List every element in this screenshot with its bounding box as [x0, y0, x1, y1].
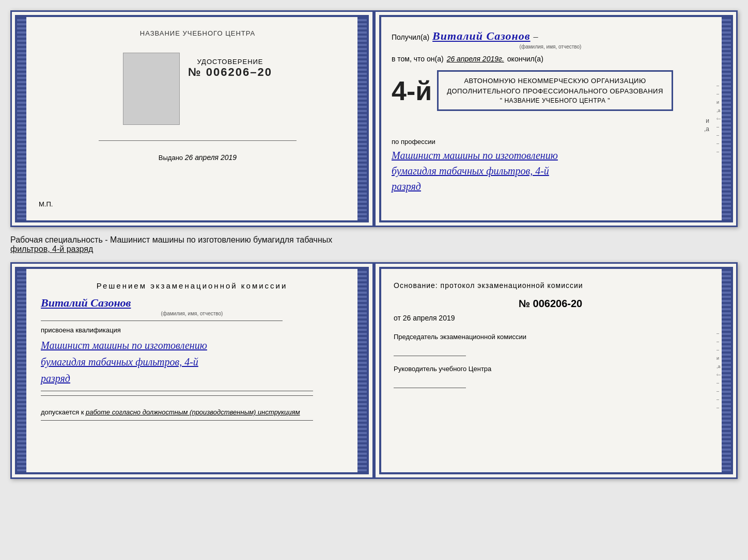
- dopuskaetsya-label: допускается к: [41, 408, 84, 416]
- cert-bottom-right-panel: Основание: протокол экзаменационной коми…: [379, 267, 733, 474]
- recipient-name: Виталий Сазонов: [432, 29, 530, 43]
- protocol-date-value: 26 апреля 2019: [403, 314, 455, 322]
- org-line2: ДОПОЛНИТЕЛЬНОГО ПРОФЕССИОНАЛЬНОГО ОБРАЗО…: [447, 86, 663, 97]
- vtom-label: в том, что он(а): [392, 55, 444, 63]
- cert-title: НАЗВАНИЕ УЧЕБНОГО ЦЕНТРА: [140, 29, 255, 37]
- profession-line1: Машинист машины по изготовлению: [392, 148, 709, 163]
- okoncil-label: окончил(а): [507, 55, 543, 63]
- predsedatel-block: Председатель экзаменационной комиссии: [394, 332, 707, 356]
- middle-line1: Рабочая специальность - Машинист машины …: [10, 235, 738, 245]
- and-label: и: [392, 117, 709, 124]
- org-line3: " НАЗВАНИЕ УЧЕБНОГО ЦЕНТРА ": [447, 96, 663, 105]
- bottom-certificate-book: Решением экзаменационной комиссии Витали…: [10, 262, 738, 479]
- protocol-date-line: от 26 апреля 2019: [394, 314, 707, 322]
- right-outer-strip: [722, 17, 731, 220]
- profession-line2: бумагидля табачных фильтров, 4-й: [392, 163, 709, 179]
- bottom-left-right-strip: [357, 269, 367, 472]
- issued-date: 26 апреля 2019: [185, 153, 237, 162]
- dopuskaetsya-text: работе согласно должностным (производств…: [86, 408, 300, 416]
- fio-subtitle: (фамилия, имя, отчество): [41, 311, 343, 316]
- predsedatel-signature-line: [394, 346, 466, 356]
- cert-bottom-left-panel: Решением экзаменационной комиссии Витали…: [15, 267, 369, 474]
- bottom-right-outer-strip: [722, 269, 731, 472]
- bottom-left-border-strip: [17, 269, 26, 472]
- top-certificate-book: НАЗВАНИЕ УЧЕБНОГО ЦЕНТРА УДОСТОВЕРЕНИЕ №…: [10, 10, 738, 227]
- poluchil-label: Получил(а): [392, 33, 429, 41]
- a-label: ,а: [392, 125, 709, 133]
- protocol-date-ot: от: [394, 314, 401, 322]
- decision-title: Решением экзаменационной комиссии: [41, 281, 343, 290]
- bottom-profession-line1: Машинист машины по изготовлению: [41, 337, 343, 354]
- osnovaniye-label: Основание: протокол экзаменационной коми…: [394, 281, 707, 290]
- middle-text-section: Рабочая специальность - Машинист машины …: [10, 233, 738, 256]
- vtom-section: в том, что он(а) 26 апреля 2019г. окончи…: [392, 55, 709, 63]
- dopuskaetsya-line: допускается к работе согласно должностны…: [41, 408, 343, 416]
- big-razryad: 4-й: [392, 77, 432, 104]
- cert-right-panel: Получил(а) Виталий Сазонов – (фамилия, и…: [379, 15, 733, 222]
- issued-label: Выдано: [159, 154, 183, 162]
- mp-label: М.П.: [39, 200, 53, 208]
- udostoverenie-label: УДОСТОВЕРЕНИЕ: [197, 58, 263, 66]
- recipient-subtitle: (фамилия, имя, отчество): [392, 44, 709, 50]
- prisvoena-label: присвоена квалификация: [41, 326, 343, 334]
- org-line1: АВТОНОМНУЮ НЕКОММЕРЧЕСКУЮ ОРГАНИЗАЦИЮ: [447, 76, 663, 86]
- profession-line3: разряд: [392, 179, 709, 194]
- right-border-strip: [357, 17, 367, 220]
- razryad-org-area: 4-й АВТОНОМНУЮ НЕКОММЕРЧЕСКУЮ ОРГАНИЗАЦИ…: [392, 67, 709, 114]
- side-labels: – – и ,а ‹– – – – –: [716, 83, 721, 154]
- cert-number: № 006206–20: [188, 66, 272, 79]
- bottom-profession-line2: бумагидля табачных фильтров, 4-й: [41, 354, 343, 370]
- recipient-dash: –: [534, 31, 538, 42]
- recipient-section: Получил(а) Виталий Сазонов –: [392, 29, 709, 43]
- protocol-number: № 006206-20: [394, 298, 707, 310]
- photo-placeholder: [123, 53, 180, 125]
- predsedatel-label: Председатель экзаменационной комиссии: [394, 332, 707, 342]
- rukovoditel-signature-line: [394, 378, 466, 388]
- org-block: АВТОНОМНУЮ НЕКОММЕРЧЕСКУЮ ОРГАНИЗАЦИЮ ДО…: [437, 70, 673, 111]
- profession-label: по профессии: [392, 138, 709, 146]
- cert-left-panel: НАЗВАНИЕ УЧЕБНОГО ЦЕНТРА УДОСТОВЕРЕНИЕ №…: [15, 15, 369, 222]
- middle-line2: фильтров, 4-й разряд: [10, 245, 738, 254]
- vtom-date: 26 апреля 2019г.: [447, 55, 504, 63]
- decision-name: Виталий Сазонов: [41, 296, 343, 310]
- bottom-side-labels: – – – и ,а ‹– – – – –: [716, 331, 721, 410]
- rukovoditel-block: Руководитель учебного Центра: [394, 364, 707, 388]
- left-border-strip: [17, 17, 26, 220]
- bottom-profession-line3: разряд: [41, 370, 343, 387]
- cert-issued-line: Выдано 26 апреля 2019: [159, 153, 237, 162]
- rukovoditel-label: Руководитель учебного Центра: [394, 364, 707, 374]
